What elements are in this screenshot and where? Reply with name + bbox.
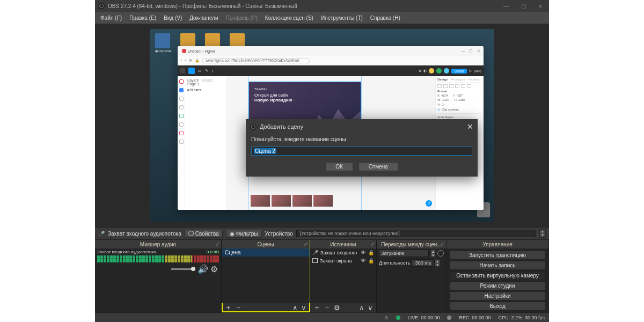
pen-tool-icon: ✎	[205, 69, 208, 73]
maximize-button[interactable]: ▢	[515, 0, 532, 12]
exit-button[interactable]: Выход	[449, 302, 546, 311]
popout-icon[interactable]: ⤢	[215, 241, 219, 247]
gear-icon[interactable]	[437, 250, 444, 257]
settings-button[interactable]: Настройки	[449, 291, 546, 301]
sidebar-icon	[179, 114, 184, 118]
back-icon: ‹	[181, 58, 182, 62]
transition-select[interactable]: Затухание	[379, 250, 429, 257]
move-up-button[interactable]: ∧	[359, 304, 364, 312]
move-down-button[interactable]: ∨	[368, 304, 373, 312]
menu-profile[interactable]: Профиль (P)	[223, 14, 261, 22]
warning-icon[interactable]: ⚠	[384, 315, 389, 320]
menu-file[interactable]: Файл (F)	[97, 14, 125, 22]
menu-view[interactable]: Вид (V)	[160, 14, 185, 22]
audio-meter	[97, 259, 219, 262]
sidebar-icon	[179, 97, 184, 101]
device-label: Устройство	[265, 231, 292, 237]
status-bar: ⚠ LIVE: 00:00:00 REC: 00:00:00 CPU: 2.2%…	[95, 312, 549, 322]
sidebar-icon	[179, 79, 184, 84]
transitions-dock: Переходы между сцен...⤢ Затухание ▲▼ Дли…	[377, 240, 447, 312]
move-down-button[interactable]: ∨	[301, 304, 306, 312]
menu-help[interactable]: Справка (H)	[367, 14, 404, 22]
menu-dock[interactable]: Док-панели	[186, 14, 221, 22]
stop-virtual-cam-button[interactable]: Остановить виртуальную камеру	[449, 271, 546, 280]
dock-title: Управление	[482, 241, 513, 247]
menu-tools[interactable]: Инструменты (T)	[318, 14, 366, 22]
docks: Микшер аудио⤢ Захват входного аудиопоток…	[95, 240, 549, 312]
lock-icon[interactable]: 🔒	[368, 258, 374, 264]
mic-icon: 🎤	[98, 231, 105, 237]
add-source-button[interactable]: ＋	[313, 303, 320, 312]
transition-spin[interactable]: ▲▼	[430, 250, 436, 257]
duration-spin[interactable]: ▲▼	[435, 259, 440, 267]
lock-icon: 🔒	[195, 58, 200, 63]
scene-item[interactable]: Сцена	[222, 248, 310, 257]
speaker-icon[interactable]: 🔊	[197, 264, 208, 274]
figma-layers-panel: Layers Assets Page 1 # Макет	[185, 76, 227, 210]
source-context-toolbar: 🎤 Захват входного аудиопотока Свойства ◉…	[95, 227, 549, 240]
mixer-channel-label: Захват входного аудиопотока	[97, 250, 156, 254]
start-recording-button[interactable]: Начать запись	[449, 261, 546, 270]
source-properties-button[interactable]: ⚙	[334, 304, 340, 312]
card-thumb	[292, 195, 312, 207]
cancel-button[interactable]: Отмена	[358, 162, 398, 171]
rec-timer: REC: 00:00:00	[459, 315, 491, 320]
scene-name-input[interactable]: Сцена 2	[251, 147, 472, 156]
dock-title: Переходы между сцен...	[381, 241, 441, 247]
mask-icon: ◐	[423, 69, 427, 73]
minimize-button[interactable]: —	[497, 0, 515, 12]
card-thumb	[313, 195, 333, 207]
card-thumb	[251, 195, 270, 207]
menu-scene-collection[interactable]: Коллекция сцен (S)	[262, 14, 317, 22]
device-readout: [Устройство не подключено или недоступно…	[296, 230, 536, 237]
dialog-prompt: Пожалуйста, введите название сцены	[251, 136, 472, 142]
dialog-logo-icon	[250, 123, 257, 130]
filters-button[interactable]: ◉Фильтры	[226, 230, 262, 238]
titlebar: OBS 27.2.4 (64-bit, windows) - Профиль: …	[95, 0, 549, 12]
remove-source-button[interactable]: －	[324, 303, 331, 312]
close-button[interactable]: ✕	[532, 0, 549, 12]
move-up-button[interactable]: ∧	[292, 304, 298, 312]
visibility-icon[interactable]: 👁	[361, 250, 366, 255]
remove-scene-button[interactable]: －	[235, 303, 242, 312]
duration-label: Длительность	[379, 260, 410, 266]
menu-edit[interactable]: Правка (E)	[126, 14, 159, 22]
sidebar-icon	[179, 140, 184, 144]
rec-status-icon	[447, 316, 451, 320]
user-avatar	[444, 68, 449, 74]
source-item[interactable]: Захват экрана👁🔒	[310, 257, 376, 265]
dialog-title: Добавить сцену	[260, 123, 303, 130]
card-thumb	[272, 195, 291, 207]
sidebar-icon	[179, 131, 184, 135]
desktop-folder-icon: фото Рита	[155, 33, 171, 53]
audio-meter	[97, 255, 219, 259]
text-tool-icon: T	[211, 69, 214, 73]
duration-input[interactable]: 300 ms	[412, 259, 433, 267]
add-scene-dialog: Добавить сцену ✕ Пожалуйста, введите наз…	[246, 119, 478, 177]
properties-button[interactable]: Свойства	[185, 230, 223, 238]
dialog-close-button[interactable]: ✕	[467, 122, 473, 131]
gear-icon[interactable]: ⚙	[210, 264, 218, 274]
browser-max-icon: ▢	[469, 49, 473, 53]
popout-icon[interactable]: ⤢	[304, 241, 308, 247]
ok-button[interactable]: ОК	[325, 162, 353, 171]
start-streaming-button[interactable]: Запустить трансляцию	[449, 251, 546, 260]
source-item[interactable]: 🎤Захват входного👁🔒	[310, 248, 376, 257]
volume-slider[interactable]	[171, 268, 195, 270]
popout-icon[interactable]: ⤢	[440, 241, 444, 247]
dock-title: Микшер аудио	[140, 241, 176, 247]
device-spin-buttons[interactable]: ▲▼	[539, 229, 546, 238]
controls-dock: Управление Запустить трансляцию Начать з…	[447, 240, 549, 312]
add-scene-button[interactable]: ＋	[225, 303, 232, 312]
filters-icon: ◉	[230, 231, 235, 237]
cpu-stats: CPU: 2.2%, 30.00 fps	[498, 315, 545, 320]
visibility-icon[interactable]: 👁	[361, 258, 366, 264]
lock-icon[interactable]: 🔒	[368, 250, 374, 255]
zoom-level: 84%	[474, 69, 481, 73]
popout-icon[interactable]: ⤢	[370, 241, 375, 247]
hero-subtitle: Новую Ирландию	[254, 98, 355, 103]
hero-tag: TRAVEL	[254, 87, 355, 91]
live-status-icon	[396, 316, 400, 320]
figma-toolbar: ▭ ✎ T ◈ ◐ Share ▷ 84%	[178, 65, 484, 76]
studio-mode-button[interactable]: Режим студии	[449, 281, 546, 290]
